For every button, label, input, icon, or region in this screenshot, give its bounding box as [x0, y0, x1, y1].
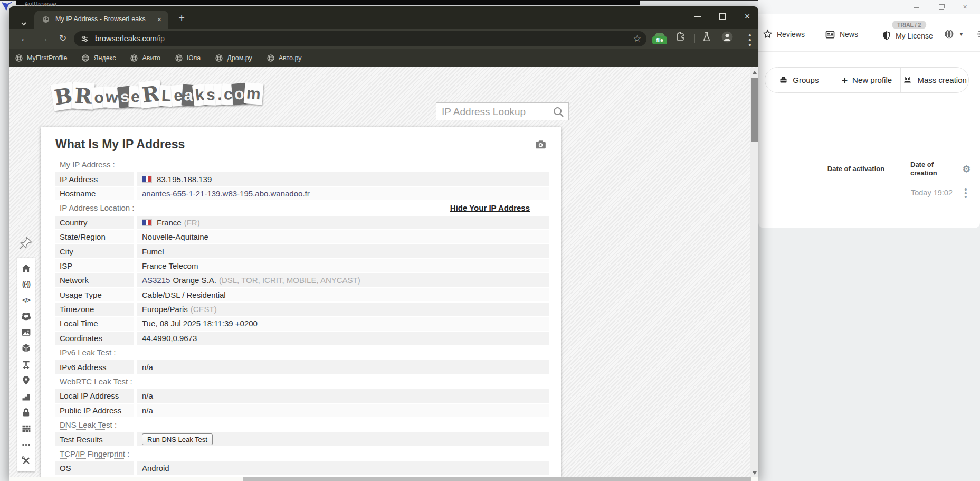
row-label: Network: [55, 273, 134, 287]
browser-menu-icon[interactable]: •••: [744, 32, 756, 45]
bookmark-item[interactable]: Дром.ру: [215, 54, 252, 62]
row-value: anantes-655-1-21-139.w83-195.abo.wanadoo…: [137, 187, 549, 200]
ssl-icon[interactable]: [21, 407, 32, 419]
column-date-of-creation[interactable]: Date of creation: [910, 161, 944, 177]
value-link[interactable]: anantes-655-1-21-139.w83-195.abo.wanadoo…: [142, 189, 310, 198]
groups-button[interactable]: Groups: [765, 68, 833, 92]
ip-lookup-input[interactable]: [441, 105, 548, 119]
row-value: Run DNS Leak Test: [137, 432, 549, 446]
section-title-link[interactable]: WebRTC Leak Test: [60, 377, 128, 386]
file-extension-icon[interactable]: file: [652, 32, 668, 48]
content-filters-icon[interactable]: [21, 423, 32, 435]
javascript-icon[interactable]: </>: [21, 295, 32, 306]
globe-favicon: [267, 54, 275, 62]
panel-header: Reviews News TRIAL / 2 My License ▾: [758, 14, 980, 52]
ip-lookup-searchbox: [436, 102, 569, 120]
row-label: Coordinates: [55, 332, 134, 345]
browserleaks-logo[interactable]: BRowseRLeaks.com: [53, 78, 262, 110]
table-row: NetworkAS3215Orange S.A.(DSL, TOR, ICRIT…: [55, 273, 549, 287]
bookmark-item[interactable]: Юла: [175, 54, 201, 62]
section-header-row: TCP/IP Fingerprint :: [55, 447, 549, 460]
home-icon[interactable]: [21, 262, 32, 274]
ip-info-table: My IP Address :IP Address83.195.188.139H…: [55, 158, 549, 476]
value-text: Tue, 08 Jul 2025 18:11:39 +0200: [142, 319, 258, 328]
news-button[interactable]: News: [825, 29, 858, 40]
address-bar[interactable]: browserleaks.com/ip ☆: [74, 31, 646, 46]
bookmark-star-icon[interactable]: ☆: [633, 33, 641, 44]
table-row: Public IP Addressn/a: [55, 404, 549, 417]
my-license-label: My License: [896, 32, 933, 40]
canvas-icon[interactable]: [21, 310, 32, 322]
camera-icon[interactable]: [535, 139, 546, 149]
search-icon[interactable]: [552, 106, 565, 118]
forward-button[interactable]: →: [36, 31, 51, 46]
labs-flask-icon[interactable]: [701, 31, 717, 46]
screen: AntBrowser × Reviews News TRIAL / 2 My L…: [0, 0, 980, 481]
value-text: n/a: [142, 406, 153, 415]
row-label: IP Address: [55, 172, 134, 185]
profile-row[interactable]: Today 19:02 •••: [758, 181, 980, 206]
bookmark-item[interactable]: MyFirstProfile: [15, 54, 67, 62]
bookmark-item[interactable]: Авито: [130, 54, 160, 62]
run-dns-leak-test-button[interactable]: Run DNS Leak Test: [142, 433, 213, 445]
browser-close-button[interactable]: ×: [739, 9, 755, 24]
tools-icon[interactable]: [21, 455, 32, 467]
hide-ip-link[interactable]: Hide Your IP Address: [450, 203, 530, 212]
section-title-link[interactable]: TCP/IP Fingerprint: [60, 449, 125, 459]
value-link[interactable]: AS3215: [142, 276, 170, 285]
scrollbar[interactable]: [750, 68, 758, 477]
webrtc-icon[interactable]: ((•)): [21, 278, 32, 290]
value-text: 44.4990,0.9673: [142, 334, 197, 343]
star-icon: [763, 29, 773, 39]
browser-maximize-button[interactable]: [715, 9, 730, 24]
new-tab-button[interactable]: +: [175, 12, 188, 25]
pushpin-icon[interactable]: [18, 236, 33, 251]
url-host: browserleaks.com: [95, 34, 157, 43]
my-license-button[interactable]: TRIAL / 2 My License: [881, 27, 933, 41]
bookmark-label: Яндекс: [93, 54, 116, 62]
profile-avatar-icon[interactable]: [721, 31, 737, 46]
table-row: OSAndroid: [55, 461, 549, 475]
site-settings-icon[interactable]: [80, 34, 89, 43]
new-profile-button[interactable]: + New profile: [833, 68, 901, 92]
scrollbar-thumb[interactable]: [751, 78, 758, 142]
fonts-icon[interactable]: [21, 359, 32, 370]
row-value: n/a: [137, 389, 549, 402]
tab-close-icon[interactable]: ×: [155, 15, 164, 24]
page-title: What Is My IP Address: [55, 137, 185, 152]
theme-toggle-button[interactable]: [976, 29, 980, 40]
active-tab[interactable]: My IP Address - BrowserLeaks ×: [34, 11, 168, 29]
mass-creation-button[interactable]: Mass creation: [901, 68, 968, 92]
section-title: IPv6 Leak Test: [60, 348, 111, 357]
more-icon[interactable]: [21, 439, 32, 450]
table-row: CountryFrance(FR): [55, 216, 549, 229]
row-menu-kebab-icon[interactable]: •••: [963, 187, 968, 199]
app-minimize-button[interactable]: [912, 3, 920, 11]
row-label: Test Results: [55, 432, 134, 446]
section-title-link[interactable]: DNS Leak Test: [60, 420, 112, 430]
back-button[interactable]: ←: [17, 31, 32, 46]
image-icon[interactable]: [21, 327, 32, 338]
value-text: n/a: [142, 363, 153, 372]
url-path: /ip: [157, 34, 165, 43]
extensions-puzzle-icon[interactable]: [674, 31, 690, 46]
bookmark-item[interactable]: Яндекс: [81, 54, 116, 62]
features-icon[interactable]: [21, 391, 32, 402]
scroll-up-arrow[interactable]: [750, 68, 758, 77]
app-close-button[interactable]: ×: [961, 3, 969, 11]
app-restore-button[interactable]: [937, 3, 945, 11]
language-selector[interactable]: ▾: [944, 29, 963, 40]
column-date-of-activation[interactable]: Date of activation: [816, 165, 896, 173]
geolocation-icon[interactable]: [21, 375, 32, 386]
webgl-icon[interactable]: [21, 343, 32, 354]
antbrowser-panel: × Reviews News TRIAL / 2 My License ▾: [758, 0, 980, 481]
browser-minimize-button[interactable]: [690, 9, 706, 24]
reload-button[interactable]: ↻: [55, 31, 70, 46]
reviews-button[interactable]: Reviews: [763, 29, 805, 39]
table-settings-gear-icon[interactable]: ⚙: [963, 164, 971, 175]
news-label: News: [840, 30, 858, 39]
profiles-panel: Groups + New profile Mass creation Date …: [758, 52, 980, 228]
section-header-row: DNS Leak Test :: [55, 418, 549, 431]
bookmark-item[interactable]: Авто.ру: [267, 54, 302, 62]
scroll-down-arrow[interactable]: [750, 469, 758, 477]
